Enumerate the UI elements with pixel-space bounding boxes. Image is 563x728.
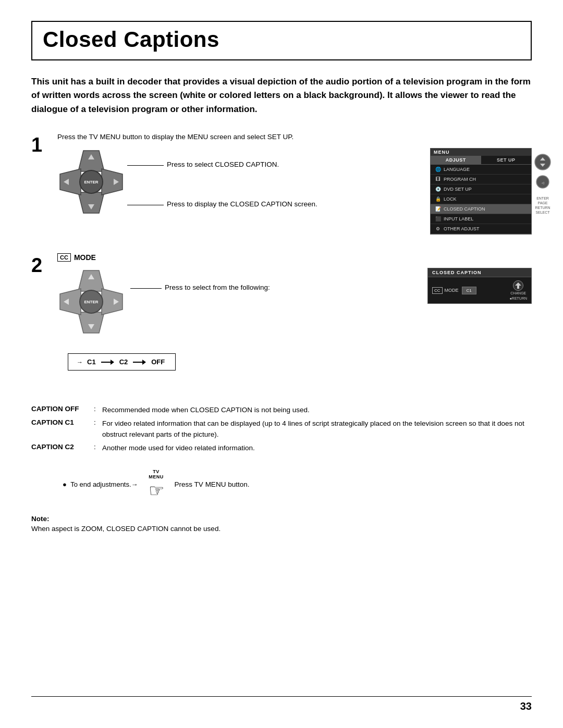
dpad-1: ENTER bbox=[57, 148, 125, 216]
cc-change-text: CHANGE bbox=[510, 291, 526, 295]
menu-item-language: 🌐 LANGUAGE bbox=[431, 165, 531, 175]
menu-item-lock-label: LOCK bbox=[444, 196, 457, 202]
caption-off-desc: Recommended mode when CLOSED CAPTION is … bbox=[102, 405, 532, 415]
select-nav-label: SELECT bbox=[535, 210, 550, 215]
flow-arrow-start: → bbox=[77, 359, 83, 366]
svg-marker-0 bbox=[78, 151, 104, 171]
cc-change-circle bbox=[513, 280, 523, 291]
menu-item-other: ⚙ OTHER ADJUST bbox=[431, 224, 531, 234]
tv-menu-btn-label: TVMENU bbox=[149, 469, 164, 479]
caption-def-c1: CAPTION C1 : For video related informati… bbox=[31, 418, 532, 440]
change-arrow-icon bbox=[514, 281, 522, 290]
step-2-row: ENTER Press to select from the following… bbox=[57, 268, 532, 386]
step-1-section: 1 Press the TV MENU button to display th… bbox=[31, 133, 532, 235]
cc-small-box: CC bbox=[432, 287, 443, 294]
svg-marker-17 bbox=[60, 289, 81, 315]
mode-label: MODE bbox=[74, 253, 96, 262]
to-end-label: To end adjustments.→ bbox=[70, 480, 138, 488]
step-1-content: Press the TV MENU button to display the … bbox=[57, 133, 532, 235]
cc-panel-wrap: CLOSED CAPTION CC MODE C1 bbox=[427, 268, 532, 304]
caption-c1-desc: For video related information that can b… bbox=[102, 418, 532, 440]
flow-diagram: → C1 C2 OFF bbox=[68, 345, 417, 379]
step-2-annotation: Press to select from the following: bbox=[130, 283, 270, 291]
menu-item-dvd: 💿 DVD SET UP bbox=[431, 184, 531, 194]
cc-return-text: ●RETURN bbox=[510, 297, 527, 300]
svg-marker-2 bbox=[60, 169, 81, 195]
menu-tab-setup: SET UP bbox=[481, 156, 532, 164]
step-1-number: 1 bbox=[31, 134, 57, 235]
press-tv-menu-text: Press TV MENU button. bbox=[175, 480, 250, 488]
svg-marker-1 bbox=[78, 192, 104, 213]
menu-item-input-label: INPUT LABEL bbox=[444, 216, 473, 221]
tv-menu-section: ● To end adjustments.→ TVMENU ☞ Press TV… bbox=[63, 469, 532, 499]
menu-item-lock: 🔒 LOCK bbox=[431, 194, 531, 204]
cc-change-button: CHANGE ●RETURN bbox=[510, 280, 527, 300]
title-box: Closed Captions bbox=[31, 21, 532, 60]
svg-text:ENTER: ENTER bbox=[84, 180, 98, 184]
cc-menu-icon: 📝 bbox=[435, 206, 441, 212]
caption-definitions: CAPTION OFF : Recommended mode when CLOS… bbox=[31, 405, 532, 453]
svg-marker-15 bbox=[78, 270, 104, 291]
step-1-instruction: Press the TV MENU button to display the … bbox=[57, 133, 532, 141]
dvd-icon: 💿 bbox=[435, 187, 441, 192]
to-end-text: ● To end adjustments.→ bbox=[63, 480, 138, 488]
note-text: When aspect is ZOOM, CLOSED CAPTION cann… bbox=[31, 525, 532, 533]
flow-box-wrap: → C1 C2 OFF bbox=[68, 353, 176, 371]
page-nav-label: PAGE bbox=[535, 201, 550, 205]
step-2-content: CC MODE ENTER bbox=[57, 253, 532, 386]
page-title: Closed Captions bbox=[43, 27, 219, 52]
bottom-line bbox=[31, 696, 532, 697]
caption-c2-desc: Another mode used for video related info… bbox=[102, 443, 532, 453]
nav-circle-buttons: ◁ bbox=[534, 153, 552, 195]
dpad-2: ENTER bbox=[57, 268, 125, 336]
step-2-instruction-wrap: Press to select from the following: bbox=[130, 268, 270, 291]
nav-arrows: ◁ ENTER PAGE RETURN SELECT bbox=[534, 153, 552, 215]
step-1-label1: Press to select CLOSED CAPTION. bbox=[167, 161, 279, 168]
caption-c2-term: CAPTION C2 bbox=[31, 443, 94, 451]
menu-tab-adjust: ADJUST bbox=[431, 156, 481, 164]
menu-panel: MENU ADJUST SET UP 🌐 LANGUAGE 🎞 PROGRAM … bbox=[430, 148, 532, 235]
ann-line-1 bbox=[127, 165, 164, 166]
dpad-1-wrap: ENTER bbox=[57, 148, 125, 218]
dpad-2-wrap: ENTER bbox=[57, 268, 125, 338]
step-1-label2: Press to display the CLOSED CAPTION scre… bbox=[167, 200, 317, 208]
flow-off: OFF bbox=[149, 358, 167, 366]
bullet: ● bbox=[63, 480, 67, 488]
caption-c1-term: CAPTION C1 bbox=[31, 418, 94, 426]
menu-item-cc: 📝 CLOSED CAPTION bbox=[431, 204, 531, 214]
step-1-row: ENTER Press to select bbox=[57, 148, 532, 235]
step-1-left: ENTER Press to select bbox=[57, 148, 420, 218]
step-2-instruction: Press to select from the following: bbox=[165, 283, 270, 291]
other-icon: ⚙ bbox=[435, 226, 441, 231]
svg-text:ENTER: ENTER bbox=[84, 300, 98, 304]
annotation-2: Press to display the CLOSED CAPTION scre… bbox=[127, 200, 317, 208]
menu-item-other-label: OTHER ADJUST bbox=[444, 226, 480, 231]
menu-title-label: MENU bbox=[434, 150, 450, 155]
menu-panel-header: MENU bbox=[431, 149, 531, 156]
intro-paragraph: This unit has a built in decoder that pr… bbox=[31, 75, 532, 116]
program-icon: 🎞 bbox=[435, 177, 441, 182]
caption-off-term: CAPTION OFF bbox=[31, 405, 94, 413]
cc-panel-body: CC MODE C1 CHANGE ●RETURN bbox=[428, 277, 531, 303]
nav-labels: ENTER PAGE RETURN SELECT bbox=[535, 196, 550, 215]
cc-panel: CLOSED CAPTION CC MODE C1 bbox=[427, 268, 532, 304]
svg-point-10 bbox=[535, 154, 550, 170]
input-icon: ⬛ bbox=[435, 216, 441, 221]
ann-line-2 bbox=[127, 205, 164, 205]
tv-menu-button-illustration: TVMENU ☞ bbox=[149, 469, 164, 499]
caption-c1-colon: : bbox=[94, 418, 102, 426]
caption-def-off: CAPTION OFF : Recommended mode when CLOS… bbox=[31, 405, 532, 415]
note-title: Note: bbox=[31, 515, 532, 523]
caption-c2-colon: : bbox=[94, 443, 102, 451]
cc-mode-text: MODE bbox=[445, 288, 459, 293]
note-section: Note: When aspect is ZOOM, CLOSED CAPTIO… bbox=[31, 515, 532, 533]
step-2-ann-line bbox=[130, 288, 162, 289]
step-2-dpad-row: ENTER Press to select from the following… bbox=[57, 268, 417, 338]
return-nav-label: RETURN bbox=[535, 205, 550, 210]
svg-marker-16 bbox=[78, 312, 104, 333]
step-2-section: 2 CC MODE ENTER bbox=[31, 253, 532, 386]
step-2-number: 2 bbox=[31, 254, 57, 386]
annotation-1: Press to select CLOSED CAPTION. bbox=[127, 161, 317, 168]
cc-value-bar: C1 bbox=[462, 287, 476, 294]
menu-item-program: 🎞 PROGRAM CH bbox=[431, 175, 531, 184]
